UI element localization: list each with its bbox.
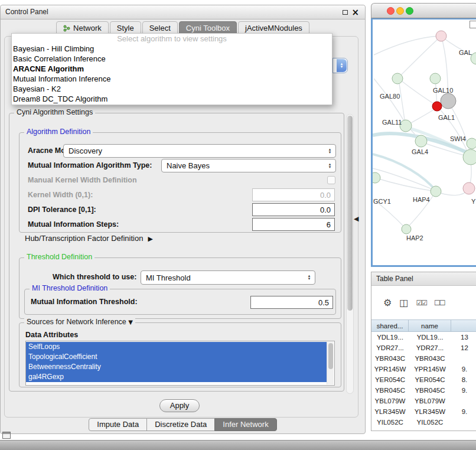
popup-item-selected[interactable]: ARACNE Algorithm — [12, 64, 332, 74]
cell[interactable] — [451, 396, 476, 406]
cell[interactable]: 9. — [451, 364, 476, 374]
close-traffic-icon[interactable] — [387, 7, 395, 15]
cell[interactable]: YDR27... — [371, 343, 409, 353]
minimize-traffic-icon[interactable] — [396, 7, 404, 15]
mi-steps-field[interactable]: 6 — [252, 218, 335, 231]
network-node[interactable] — [441, 93, 456, 109]
cell[interactable]: YDL19... — [409, 332, 451, 343]
cell[interactable]: YER054C — [409, 374, 451, 385]
cell[interactable]: YPR145W — [409, 364, 451, 374]
network-node[interactable] — [392, 73, 403, 84]
column-header[interactable]: shared... — [371, 319, 409, 332]
kernel-width-field[interactable]: 0.0 — [252, 188, 335, 201]
cell[interactable]: YER054C — [371, 374, 409, 385]
panel-collapse-icon[interactable]: ◀ — [354, 215, 358, 223]
table-row[interactable]: YBR043C YBR043C — [371, 353, 476, 364]
network-window-titlebar[interactable] — [371, 3, 476, 18]
cell[interactable]: 13 — [451, 332, 476, 343]
table-row[interactable]: YBL079W YBL079W — [371, 396, 476, 406]
expanded-down-icon[interactable]: ▼ — [128, 319, 133, 325]
cell[interactable]: 9. — [451, 406, 476, 417]
network-view-window: GAL GAL80 GAL10 GAL1 GAL11 SWI4 GAL4 GCY… — [371, 3, 476, 267]
table-row[interactable]: YDL19... YDL19... 13 — [371, 332, 476, 343]
manual-kernel-width-checkbox[interactable] — [327, 176, 335, 184]
list-scrollbar[interactable] — [327, 342, 334, 384]
cell[interactable]: YIL052C — [371, 417, 409, 428]
zoom-traffic-icon[interactable] — [406, 7, 413, 15]
popup-item[interactable]: Bayesian - K2 — [12, 84, 332, 94]
mi-threshold-field[interactable]: 0.5 — [250, 296, 333, 309]
minimized-window-icon[interactable] — [2, 432, 11, 439]
apply-button[interactable]: Apply — [159, 399, 200, 412]
data-attributes-list[interactable]: SelfLoops TopologicalCoefficient Between… — [25, 341, 335, 386]
collapsed-right-icon[interactable]: ▶ — [148, 235, 152, 243]
table-row[interactable]: YDR27... YDR27... 12 — [371, 343, 476, 353]
column-header[interactable]: name — [409, 319, 451, 332]
network-node[interactable] — [467, 138, 476, 149]
which-threshold-select[interactable]: MI Threshold ▴▾ — [141, 270, 315, 285]
popup-item[interactable]: Basic Correlation Inference — [12, 54, 332, 64]
network-node[interactable] — [430, 73, 441, 84]
network-node-selected-red[interactable] — [432, 102, 442, 111]
list-item[interactable]: SelfLoops — [26, 342, 327, 352]
dpi-tolerance-field[interactable]: 0.0 — [252, 203, 335, 216]
list-scrollbar-thumb[interactable] — [328, 343, 333, 369]
cell[interactable] — [451, 353, 476, 364]
table-row[interactable]: YIL052C YIL052C — [371, 417, 476, 428]
algorithm-combobox-partial[interactable]: ▴▾ — [332, 58, 348, 73]
list-item[interactable]: BetweennessCentrality — [26, 362, 327, 372]
aracne-mode-select[interactable]: Discovery ▴▾ — [63, 144, 336, 158]
tab-impute-data[interactable]: Impute Data — [89, 418, 147, 431]
table-row[interactable]: YER054C YER054C 8. — [371, 374, 476, 385]
cell[interactable]: YBR045C — [409, 385, 451, 396]
settings-scrollbar-thumb[interactable] — [347, 116, 353, 311]
cell[interactable]: YPR145W — [371, 364, 409, 374]
cell[interactable]: YBL079W — [409, 396, 451, 406]
network-node[interactable] — [463, 149, 476, 165]
settings-scrollbar[interactable] — [346, 114, 354, 394]
hub-transcription-factor-section[interactable]: Hub/Transcription Factor Definition▶ — [25, 234, 153, 243]
cell[interactable]: YDR27... — [409, 343, 451, 353]
close-icon[interactable]: × — [351, 6, 359, 18]
cell[interactable] — [451, 417, 476, 428]
deselect-all-icon[interactable]: ☐☐ — [434, 299, 445, 307]
gear-icon[interactable]: ⚙ — [383, 297, 392, 308]
network-canvas[interactable]: GAL GAL80 GAL10 GAL1 GAL11 SWI4 GAL4 GCY… — [373, 19, 476, 265]
column-header[interactable] — [451, 319, 476, 332]
select-all-icon[interactable]: ☑☑ — [416, 299, 426, 307]
network-node[interactable] — [431, 186, 441, 197]
cell[interactable]: YBR043C — [409, 353, 451, 364]
table-row[interactable]: YLR345W YLR345W 9. — [371, 406, 476, 417]
cell[interactable]: YLR345W — [371, 406, 409, 417]
table-panel-titlebar[interactable]: Table Panel — [371, 272, 476, 286]
cell[interactable]: YDL19... — [371, 332, 409, 343]
cell[interactable]: YBR043C — [371, 353, 409, 364]
combobox-stepper-icon[interactable]: ▴▾ — [337, 59, 347, 72]
cell[interactable]: 12 — [451, 343, 476, 353]
cell[interactable]: YBL079W — [371, 396, 409, 406]
popup-item[interactable]: Bayesian - Hill Climbing — [12, 44, 332, 54]
network-node[interactable] — [436, 31, 446, 41]
popup-item[interactable]: Mutual Information Inference — [12, 74, 332, 84]
cell[interactable]: YIL052C — [409, 417, 451, 428]
mi-algorithm-type-select[interactable]: Naive Bayes ▴▾ — [161, 159, 336, 172]
list-item[interactable]: TopologicalCoefficient — [26, 352, 327, 362]
cell[interactable]: YBR045C — [371, 385, 409, 396]
popup-item[interactable]: Dream8 DC_TDC Algorithm — [12, 94, 332, 105]
cell[interactable]: 8. — [451, 374, 476, 385]
cell[interactable]: 9. — [451, 385, 476, 396]
table-row[interactable]: YPR145W YPR145W 9. — [371, 364, 476, 374]
birdseye-toggle[interactable] — [470, 21, 476, 28]
network-node[interactable] — [373, 172, 380, 183]
network-node[interactable] — [402, 224, 411, 234]
cell[interactable]: YLR345W — [409, 406, 451, 417]
control-panel-titlebar[interactable]: Control Panel × — [1, 5, 365, 19]
table-row[interactable]: YBR045C YBR045C 9. — [371, 385, 476, 396]
tab-discretize-data[interactable]: Discretize Data — [146, 418, 215, 431]
network-node[interactable] — [415, 135, 427, 147]
float-window-icon[interactable] — [343, 10, 348, 15]
network-node[interactable] — [463, 182, 475, 194]
columns-icon[interactable]: ◫ — [399, 297, 408, 308]
list-item[interactable]: gal4RGexp — [26, 372, 327, 382]
tab-infer-network[interactable]: Infer Network — [214, 418, 276, 431]
